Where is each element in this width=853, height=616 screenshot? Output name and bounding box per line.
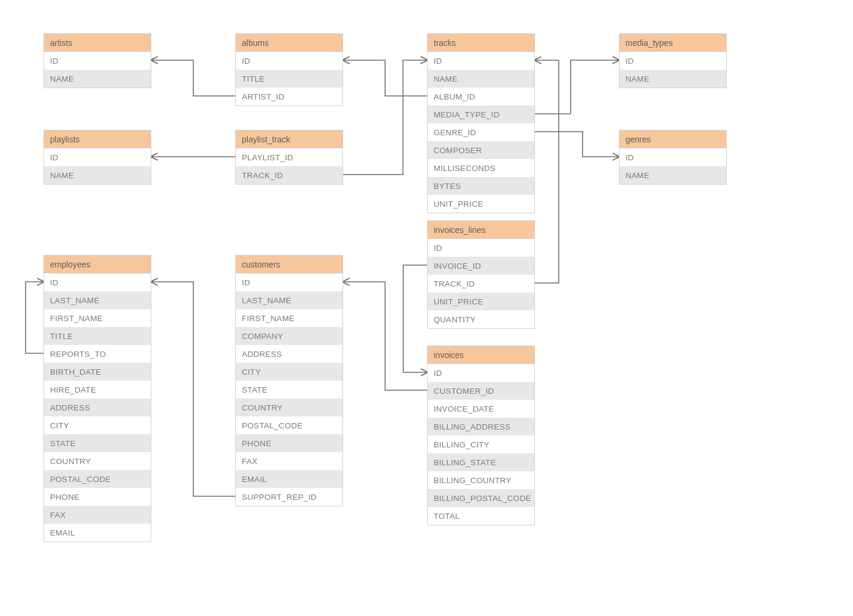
entity-column: FAX [44, 506, 151, 524]
entity-header: artists [44, 34, 151, 52]
entity-column: PLAYLIST_ID [236, 148, 343, 166]
entity-column: ID [44, 52, 151, 70]
entity-header: playlists [44, 130, 151, 148]
entity-column: NAME [44, 70, 151, 88]
entity-column: ID [619, 148, 726, 166]
entity-column: COUNTRY [236, 399, 343, 416]
entity-header: invoices [428, 346, 534, 364]
entity-header: invoices_lines [428, 221, 534, 239]
entity-column: BILLING_COUNTRY [428, 471, 534, 489]
relation-line [343, 282, 427, 390]
entity-column: COMPANY [236, 327, 343, 345]
entity-column: ID [236, 273, 343, 291]
entity-column: BIRTH_DATE [44, 363, 151, 381]
entity-column: QUANTITY [428, 310, 534, 328]
entity-column: COMPOSER [428, 141, 534, 159]
entity-column: POSTAL_CODE [236, 416, 343, 434]
entity-column: ID [428, 239, 534, 257]
entity-albums[interactable]: albumsIDTITLEARTIST_ID [235, 33, 343, 106]
entity-column: PHONE [44, 488, 151, 506]
entity-column: ID [44, 148, 151, 166]
entity-column: BYTES [428, 177, 534, 195]
relation-line [403, 265, 427, 372]
relation-line [535, 60, 559, 283]
entity-column: ADDRESS [236, 345, 343, 363]
entity-header: playlist_track [236, 130, 343, 148]
entity-column: COUNTRY [44, 452, 151, 470]
entity-header: customers [236, 256, 343, 273]
entity-column: EMAIL [236, 470, 343, 488]
relation-line [26, 282, 43, 353]
entity-header: tracks [428, 34, 534, 52]
entity-header: employees [44, 256, 151, 273]
entity-column: TRACK_ID [236, 166, 343, 184]
entity-column: FIRST_NAME [44, 309, 151, 327]
entity-column: BILLING_STATE [428, 453, 534, 471]
entity-column: MEDIA_TYPE_ID [428, 105, 534, 123]
entity-column: REPORTS_TO [44, 345, 151, 363]
entity-column: ID [428, 364, 534, 382]
entity-employees[interactable]: employeesIDLAST_NAMEFIRST_NAMETITLEREPOR… [43, 255, 151, 542]
entity-invoices[interactable]: invoicesIDCUSTOMER_IDINVOICE_DATEBILLING… [427, 346, 535, 525]
entity-column: HIRE_DATE [44, 381, 151, 399]
entity-column: UNIT_PRICE [428, 293, 534, 310]
entity-column: FAX [236, 452, 343, 470]
relation-line [343, 60, 427, 96]
entity-column: INVOICE_DATE [428, 400, 534, 418]
entity-column: CITY [236, 363, 343, 381]
entity-column: ALBUM_ID [428, 88, 534, 105]
relation-line [151, 60, 235, 96]
entity-playlist_track[interactable]: playlist_trackPLAYLIST_IDTRACK_ID [235, 130, 343, 185]
entity-column: TOTAL [428, 507, 534, 525]
entity-artists[interactable]: artistsIDNAME [43, 33, 151, 88]
entity-column: TITLE [44, 327, 151, 345]
entity-column: STATE [236, 381, 343, 399]
relation-line [151, 282, 235, 496]
entity-column: BILLING_ADDRESS [428, 418, 534, 435]
entity-invoices_lines[interactable]: invoices_linesIDINVOICE_IDTRACK_IDUNIT_P… [427, 220, 535, 329]
entity-column: CUSTOMER_ID [428, 382, 534, 400]
entity-column: TRACK_ID [428, 275, 534, 293]
entity-column: EMAIL [44, 524, 151, 542]
entity-media_types[interactable]: media_typesIDNAME [619, 33, 727, 88]
entity-column: NAME [44, 166, 151, 184]
entity-column: LAST_NAME [236, 291, 343, 309]
entity-column: GENRE_ID [428, 123, 534, 141]
entity-header: genres [619, 130, 726, 148]
entity-column: POSTAL_CODE [44, 470, 151, 488]
relation-line [535, 132, 619, 157]
entity-column: ID [428, 52, 534, 70]
entity-column: SUPPORT_REP_ID [236, 488, 343, 506]
entity-column: NAME [619, 166, 726, 184]
entity-column: BILLING_CITY [428, 435, 534, 453]
entity-column: LAST_NAME [44, 291, 151, 309]
entity-column: FIRST_NAME [236, 309, 343, 327]
entity-column: MILLISECONDS [428, 159, 534, 177]
entity-column: ARTIST_ID [236, 88, 343, 105]
entity-header: media_types [619, 34, 726, 52]
entity-column: ID [236, 52, 343, 70]
entity-column: TITLE [236, 70, 343, 88]
entity-column: CITY [44, 416, 151, 434]
entity-column: INVOICE_ID [428, 257, 534, 275]
entity-column: ADDRESS [44, 399, 151, 416]
relation-line [343, 60, 427, 175]
entity-playlists[interactable]: playlistsIDNAME [43, 130, 151, 185]
entity-column: ID [44, 273, 151, 291]
entity-column: NAME [619, 70, 726, 88]
entity-column: ID [619, 52, 726, 70]
entity-column: UNIT_PRICE [428, 195, 534, 213]
entity-column: PHONE [236, 434, 343, 452]
entity-column: STATE [44, 434, 151, 452]
entity-header: albums [236, 34, 343, 52]
entity-column: BILLING_POSTAL_CODE [428, 489, 534, 507]
entity-column: NAME [428, 70, 534, 88]
entity-tracks[interactable]: tracksIDNAMEALBUM_IDMEDIA_TYPE_IDGENRE_I… [427, 33, 535, 213]
entity-genres[interactable]: genresIDNAME [619, 130, 727, 185]
entity-customers[interactable]: customersIDLAST_NAMEFIRST_NAMECOMPANYADD… [235, 255, 343, 506]
relation-line [535, 60, 619, 114]
